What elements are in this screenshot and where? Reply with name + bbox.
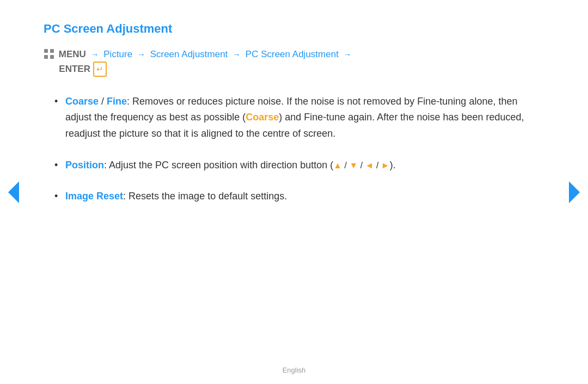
- footer-language: English: [0, 366, 588, 384]
- position-term: Position: [65, 160, 104, 170]
- svg-rect-3: [50, 49, 54, 53]
- svg-rect-4: [44, 55, 48, 59]
- breadcrumb-arrow3: →: [232, 50, 241, 59]
- page-container: PC Screen Adjustment MENU → Picture → Sc…: [0, 0, 588, 384]
- list-item-position: Position: Adjust the PC screen position …: [54, 157, 544, 174]
- svg-marker-1: [569, 181, 580, 203]
- breadcrumb: MENU → Picture → Screen Adjustment → PC …: [44, 47, 544, 77]
- position-text: : Adjust the PC screen position with dir…: [104, 160, 333, 170]
- breadcrumb-picture: Picture: [103, 49, 132, 59]
- bullet-list: Coarse / Fine: Removes or reduces pictur…: [44, 94, 544, 205]
- menu-icon: [44, 48, 54, 59]
- content-area: PC Screen Adjustment MENU → Picture → Sc…: [0, 0, 588, 366]
- image-reset-text: : Resets the image to default settings.: [123, 191, 287, 202]
- nav-previous-button[interactable]: [5, 179, 22, 206]
- nav-next-button[interactable]: [566, 179, 583, 206]
- breadcrumb-pc-screen-adjustment: PC Screen Adjustment: [246, 49, 339, 59]
- enter-icon: ↵: [93, 62, 107, 77]
- breadcrumb-arrow4: →: [344, 50, 352, 59]
- svg-rect-5: [50, 55, 54, 59]
- breadcrumb-arrow2: →: [137, 50, 145, 59]
- coarse-term: Coarse: [65, 96, 99, 107]
- image-reset-term: Image Reset: [65, 191, 123, 202]
- breadcrumb-arrow1: →: [91, 50, 99, 59]
- svg-rect-2: [44, 49, 48, 53]
- breadcrumb-screen-adjustment: Screen Adjustment: [150, 49, 228, 59]
- list-item-image-reset: Image Reset: Resets the image to default…: [54, 188, 544, 205]
- coarse-term-2: Coarse: [246, 112, 279, 123]
- position-close-paren: ).: [390, 160, 396, 170]
- direction-arrows: ▲ / ▼ / ◄ / ►: [333, 161, 389, 170]
- list-item-coarse-fine: Coarse / Fine: Removes or reduces pictur…: [54, 94, 544, 142]
- fine-term: Fine: [107, 96, 127, 107]
- breadcrumb-enter: ENTER: [59, 64, 90, 74]
- coarse-fine-sep: /: [99, 96, 107, 107]
- page-title: PC Screen Adjustment: [44, 22, 544, 36]
- breadcrumb-menu: MENU: [59, 49, 86, 59]
- svg-marker-0: [8, 181, 19, 203]
